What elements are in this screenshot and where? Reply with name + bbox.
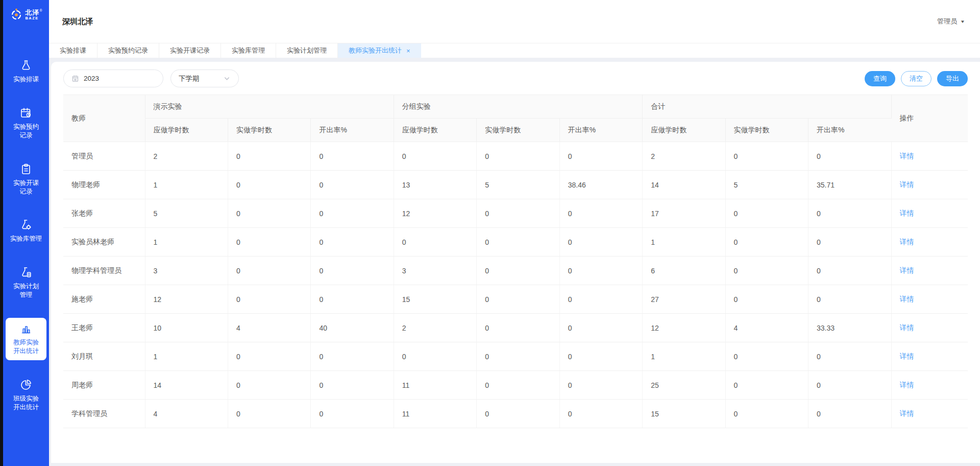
tab-6[interactable]: 教师实验开出统计×	[338, 43, 421, 58]
sub-header: 应做学时数	[145, 119, 228, 142]
action-cell: 详情	[891, 228, 968, 257]
value-cell: 0	[559, 257, 642, 285]
export-button[interactable]: 导出	[937, 71, 968, 86]
tab-4[interactable]: 实验库管理	[221, 43, 276, 58]
teacher-name-cell: 物理学科管理员	[63, 257, 145, 285]
teacher-name-cell: 学科管理员	[63, 400, 145, 428]
teacher-name-cell: 管理员	[63, 142, 145, 171]
detail-link[interactable]: 详情	[900, 381, 914, 389]
value-cell: 25	[643, 371, 725, 400]
tab-label: 实验计划管理	[287, 46, 327, 55]
table-row: 物理学科管理员300300600详情	[63, 257, 968, 285]
detail-link[interactable]: 详情	[900, 409, 914, 417]
tab-1[interactable]: 实验排课	[49, 43, 97, 58]
action-cell: 详情	[891, 314, 968, 342]
teacher-name-cell: 张老师	[63, 199, 145, 228]
logo-name: 北泽	[25, 9, 39, 16]
sub-header: 实做学时数	[477, 119, 559, 142]
semester-select[interactable]: 下学期	[170, 69, 239, 87]
sidebar-item-label: 教师实验 开出统计	[13, 338, 39, 356]
value-cell: 5	[477, 171, 559, 199]
tab-label: 实验开课记录	[170, 46, 210, 55]
sidebar-item-3[interactable]: 实验开课 记录	[6, 158, 46, 201]
action-cell: 详情	[891, 171, 968, 199]
value-cell: 15	[394, 285, 476, 314]
value-cell: 0	[725, 199, 808, 228]
action-cell: 详情	[891, 199, 968, 228]
value-cell: 0	[559, 371, 642, 400]
value-cell: 0	[311, 342, 394, 371]
detail-link[interactable]: 详情	[900, 238, 914, 246]
sidebar-item-2[interactable]: 实验预约 记录	[6, 102, 46, 145]
page-title: 深圳北泽	[62, 17, 93, 27]
teacher-name-cell: 周老师	[63, 371, 145, 400]
table-row: 物理老师10013538.4614535.71详情	[63, 171, 968, 199]
value-cell: 4	[725, 314, 808, 342]
tab-2[interactable]: 实验预约记录	[97, 43, 159, 58]
table-row: 学科管理员40011001500详情	[63, 400, 968, 428]
stats-table-wrap: 教师 演示实验 分组实验 合计 操作 应做学时数 实做学时数 开出率% 应做学时…	[63, 95, 968, 428]
value-cell: 0	[808, 142, 892, 171]
value-cell: 0	[311, 257, 394, 285]
clear-button[interactable]: 清空	[901, 71, 932, 86]
value-cell: 0	[477, 371, 559, 400]
sidebar-item-5[interactable]: 实验计划 管理	[6, 262, 46, 304]
sidebar-item-label: 班级实验 开出统计	[13, 394, 39, 412]
value-cell: 17	[643, 199, 725, 228]
teacher-name-cell: 施老师	[63, 285, 145, 314]
value-cell: 4	[228, 314, 310, 342]
sidebar-item-label: 实验计划 管理	[13, 282, 39, 299]
sidebar-item-7[interactable]: 班级实验 开出统计	[6, 374, 46, 416]
detail-link[interactable]: 详情	[900, 295, 914, 303]
value-cell: 40	[311, 314, 394, 342]
value-cell: 0	[311, 171, 394, 199]
value-cell: 33.33	[808, 314, 892, 342]
sidebar-item-6[interactable]: 教师实验 开出统计	[6, 318, 46, 360]
year-picker[interactable]: 2023	[63, 69, 163, 87]
value-cell: 0	[808, 199, 892, 228]
detail-link[interactable]: 详情	[900, 266, 914, 274]
action-cell: 详情	[891, 342, 968, 371]
table-body: 管理员200000200详情物理老师10013538.4614535.71详情张…	[63, 142, 968, 428]
pie-chart-icon	[20, 379, 32, 391]
sidebar-nav: 实验排课实验预约 记录实验开课 记录实验库管理实验计划 管理教师实验 开出统计班…	[3, 55, 49, 416]
teacher-name-cell: 物理老师	[63, 171, 145, 199]
group-header-demo: 演示实验	[145, 95, 394, 119]
detail-link[interactable]: 详情	[900, 180, 914, 189]
sidebar-item-4[interactable]: 实验库管理	[6, 214, 46, 248]
value-cell: 10	[145, 314, 228, 342]
user-menu[interactable]: 管理员 ▼	[937, 17, 965, 26]
action-cell: 详情	[891, 400, 968, 428]
teacher-stats-table: 教师 演示实验 分组实验 合计 操作 应做学时数 实做学时数 开出率% 应做学时…	[63, 95, 968, 428]
value-cell: 0	[477, 314, 559, 342]
sidebar-item-1[interactable]: 实验排课	[6, 55, 46, 88]
value-cell: 0	[311, 228, 394, 257]
query-button[interactable]: 查询	[865, 71, 895, 86]
calendar-icon	[71, 75, 79, 82]
detail-link[interactable]: 详情	[900, 323, 914, 332]
value-cell: 0	[808, 257, 892, 285]
value-cell: 35.71	[808, 171, 892, 199]
detail-link[interactable]: 详情	[900, 152, 914, 160]
value-cell: 3	[145, 257, 228, 285]
value-cell: 11	[394, 400, 476, 428]
value-cell: 0	[808, 285, 892, 314]
tab-3[interactable]: 实验开课记录	[159, 43, 221, 58]
table-row: 刘月琪100000100详情	[63, 342, 968, 371]
value-cell: 1	[145, 171, 228, 199]
close-icon[interactable]: ×	[406, 47, 410, 55]
tab-5[interactable]: 实验计划管理	[276, 43, 338, 58]
col-header-teacher: 教师	[63, 95, 145, 142]
detail-link[interactable]: 详情	[900, 352, 914, 360]
detail-link[interactable]: 详情	[900, 209, 914, 217]
value-cell: 2	[145, 142, 228, 171]
value-cell: 0	[725, 371, 808, 400]
flask-doc-icon	[20, 266, 32, 278]
logo-subtitle: BAZE	[25, 16, 42, 20]
value-cell: 0	[808, 342, 892, 371]
value-cell: 0	[808, 400, 892, 428]
app-logo: 北泽® BAZE	[3, 0, 49, 25]
table-row: 张老师50012001700详情	[63, 199, 968, 228]
sub-header: 开出率%	[311, 119, 394, 142]
value-cell: 14	[643, 171, 725, 199]
